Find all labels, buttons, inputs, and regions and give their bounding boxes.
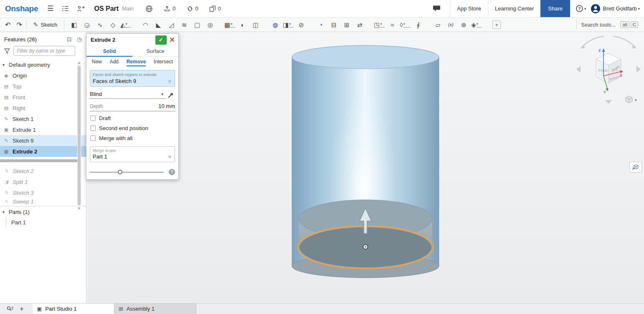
add-tab-button[interactable]: + <box>16 304 28 314</box>
roll-cw-arrow[interactable] <box>613 36 635 47</box>
insert-tool-icon[interactable]: + ▾ <box>492 20 501 29</box>
plane-icon[interactable]: ▱ ▾ <box>432 19 443 30</box>
option-checkbox-row[interactable]: Draft <box>90 115 175 121</box>
feature-row-sketch-1[interactable]: ▾ ✎ Sketch 1 <box>0 113 86 124</box>
history-icon[interactable]: ◷ <box>77 36 82 43</box>
draft-icon[interactable]: ◿ ▾ <box>166 19 177 30</box>
circular-pattern-icon[interactable]: ◐ ▾ <box>237 19 248 30</box>
move-face-icon[interactable]: ⊞ ▾ <box>341 19 352 30</box>
end-condition-dropdown[interactable]: Blind ▾ <box>90 91 166 99</box>
cylinder-top-face[interactable] <box>292 45 439 69</box>
feature-row-right[interactable]: ▾ ▤ Right <box>0 103 86 113</box>
hole-icon[interactable]: ◎ ▾ <box>205 19 216 30</box>
split-icon[interactable]: ◨ ▾ <box>283 19 294 30</box>
rotate-down-arrow[interactable] <box>605 100 612 104</box>
helix-icon[interactable]: ∮ ▾ <box>413 19 423 30</box>
body-type-tab[interactable]: Surface <box>132 46 178 56</box>
mirror-icon[interactable]: ◫ ▾ <box>250 19 261 30</box>
body-type-tab[interactable]: Solid <box>86 46 132 56</box>
clear-selection-icon[interactable]: ✕ <box>168 79 172 84</box>
search-tools-button[interactable]: Search tools... <box>581 22 616 28</box>
boolean-icon[interactable]: ◍ ▾ <box>270 19 281 30</box>
share-button[interactable]: Share <box>540 0 570 17</box>
revolve-icon[interactable]: ◶ ▾ <box>81 19 92 30</box>
user-menu[interactable]: Brett Goldfarb ▾ <box>591 4 640 14</box>
scroll-down-icon[interactable]: ▼ <box>77 207 81 210</box>
boolean-mode-tab[interactable]: Intersect <box>154 59 173 66</box>
modify-fillet-icon[interactable]: ◔ ▾ <box>315 19 326 30</box>
rib-icon[interactable]: ≋ ▾ <box>179 19 190 30</box>
feature-row-sketch-2[interactable]: ✎ Sketch 2 <box>0 166 86 176</box>
add-folder-icon[interactable]: ⊡ <box>67 36 72 43</box>
isometric-view-button[interactable]: ▾ <box>626 96 637 103</box>
tab-assembly-1[interactable]: ⊞ Assembly 1 <box>114 304 196 314</box>
feature-row-extrude-2[interactable]: ▾ ▣ Extrude 2 <box>0 146 86 157</box>
feature-group-default-geometry[interactable]: ▾ Default geometry <box>0 59 86 70</box>
features-scrollbar[interactable]: ▲ ▼ <box>77 61 81 210</box>
opacity-slider[interactable] <box>90 172 164 173</box>
search-tabs-button[interactable] <box>4 304 16 314</box>
configurations-icon[interactable]: ⊛ ▾ <box>458 19 469 30</box>
merge-scope-field[interactable]: Merge scope Part 1 ✕ <box>90 146 175 162</box>
depth-field[interactable]: Depth 10 mm <box>90 103 175 111</box>
linear-pattern-icon[interactable]: ▦ ▾ <box>224 19 235 30</box>
scroll-up-icon[interactable]: ▲ <box>77 61 81 64</box>
feature-row-top[interactable]: ▾ ▤ Top <box>0 81 86 92</box>
view-cube[interactable]: Front Right Bottom Z X Y ▾ <box>573 33 644 106</box>
redo-button[interactable]: ↷ <box>16 21 22 29</box>
follow-stat[interactable]: 0 <box>164 5 175 12</box>
transform-icon[interactable]: ◳ ▾ <box>374 19 385 30</box>
confirm-button[interactable]: ✓ <box>155 35 167 45</box>
main-menu-icon[interactable]: ☰ <box>47 4 53 13</box>
learning-center-button[interactable]: Learning Center <box>488 0 540 17</box>
sweep-icon[interactable]: ∿ ▾ <box>94 19 105 30</box>
undo-button[interactable]: ↶ <box>5 21 10 29</box>
delete-face-icon[interactable]: ⊟ ▾ <box>328 19 339 30</box>
roll-ccw-arrowhead[interactable] <box>580 44 585 48</box>
thicken-icon[interactable]: ◭ ▾ <box>120 19 131 30</box>
help-button[interactable]: ? ▾ <box>576 5 586 12</box>
rotate-left-arrow[interactable] <box>576 66 581 73</box>
boolean-mode-tab[interactable]: Remove <box>127 59 146 66</box>
offset-surface-icon[interactable]: ≈ ▾ <box>387 19 398 30</box>
boundary-surface-icon[interactable]: ◊ ▾ <box>400 19 411 30</box>
app-store-button[interactable]: App Store <box>450 0 488 17</box>
checkbox[interactable] <box>90 126 96 131</box>
cancel-button[interactable]: ✕ <box>170 36 175 44</box>
faces-selection-field[interactable]: Faces and sketch regions to extrude Face… <box>90 70 175 87</box>
flip-direction-button[interactable] <box>166 92 175 99</box>
link-stat[interactable]: 0 <box>187 5 198 12</box>
sketch-button[interactable]: ✎ Sketch <box>31 21 60 28</box>
checkbox[interactable] <box>90 116 96 121</box>
onshape-logo[interactable]: Onshape <box>5 4 38 13</box>
feature-row-extrude-1[interactable]: ▾ ▣ Extrude 1 <box>0 124 86 135</box>
help-icon[interactable]: ? <box>169 169 175 175</box>
right-panel-toggle[interactable] <box>629 162 642 173</box>
option-checkbox-row[interactable]: Merge with all <box>90 135 175 141</box>
boolean-mode-tab[interactable]: New <box>92 59 102 66</box>
chamfer-icon[interactable]: ◣ ▾ <box>153 19 164 30</box>
rotate-right-arrow[interactable] <box>636 66 641 73</box>
feature-row-sweep-1[interactable]: ∿ Sweep 1 <box>0 198 86 204</box>
filter-icon[interactable] <box>4 48 10 54</box>
boolean-mode-tab[interactable]: Add <box>110 59 119 66</box>
loft-icon[interactable]: ◇ ▾ <box>107 19 118 30</box>
variable-icon[interactable]: (x) ▾ <box>445 19 456 30</box>
scrollbar-thumb[interactable] <box>78 66 81 205</box>
roll-cw-arrowhead[interactable] <box>632 44 637 48</box>
custom-feature-icon[interactable]: ◈ ▾ <box>471 19 482 30</box>
delete-part-icon[interactable]: ⊘ ▾ <box>296 19 307 30</box>
rollback-bar[interactable] <box>0 159 78 162</box>
slider-handle[interactable] <box>118 170 122 174</box>
feature-row-origin[interactable]: ▾ ◉ Origin <box>0 70 86 81</box>
parts-section-header[interactable]: ▾ Parts (1) <box>0 206 86 217</box>
workspace-name[interactable]: Main <box>122 5 134 12</box>
shell-icon[interactable]: ▢ ▾ <box>192 19 203 30</box>
extrude-icon[interactable]: ◧ ▾ <box>68 19 79 30</box>
checkbox[interactable] <box>90 136 96 141</box>
feature-row-split-1[interactable]: ◨ Split 1 <box>0 176 86 187</box>
document-outline-icon[interactable] <box>62 5 69 12</box>
fillet-icon[interactable]: ◠ ▾ <box>140 19 151 30</box>
comment-icon[interactable] <box>433 5 441 12</box>
copy-stat[interactable]: 0 <box>209 5 221 12</box>
